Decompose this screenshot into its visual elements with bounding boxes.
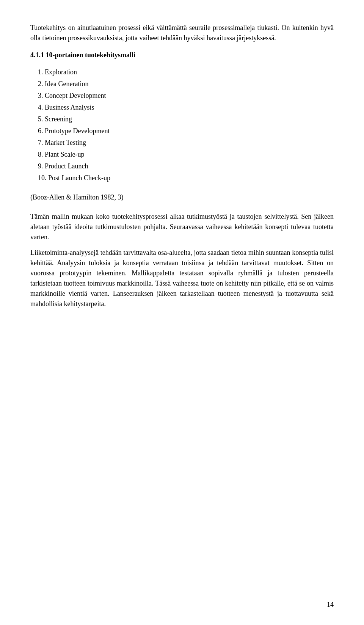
numbered-list: 1. Exploration2. Idea Generation3. Conce…: [38, 67, 334, 183]
body-paragraph-2: Liiketoiminta-analyysejä tehdään tarvitt…: [30, 248, 334, 309]
section-heading: 4.1.1 10-portainen tuotekehitysmalli: [30, 50, 334, 60]
list-item: 4. Business Analysis: [38, 102, 334, 113]
list-item: 2. Idea Generation: [38, 79, 334, 89]
body-paragraph-1: Tämän mallin mukaan koko tuotekehityspro…: [30, 212, 334, 242]
list-item: 6. Prototype Development: [38, 126, 334, 136]
list-item: 8. Plant Scale-up: [38, 149, 334, 160]
list-item: 1. Exploration: [38, 67, 334, 77]
page-number: 14: [327, 600, 334, 610]
citation: (Booz-Allen & Hamilton 1982, 3): [30, 192, 334, 203]
list-item: 10. Post Launch Check-up: [38, 173, 334, 183]
list-item: 5. Screening: [38, 114, 334, 124]
list-item: 3. Concept Development: [38, 91, 334, 101]
intro-paragraph: Tuotekehitys on ainutlaatuinen prosessi …: [30, 23, 334, 43]
list-item: 9. Product Launch: [38, 161, 334, 171]
list-item: 7. Market Testing: [38, 138, 334, 148]
